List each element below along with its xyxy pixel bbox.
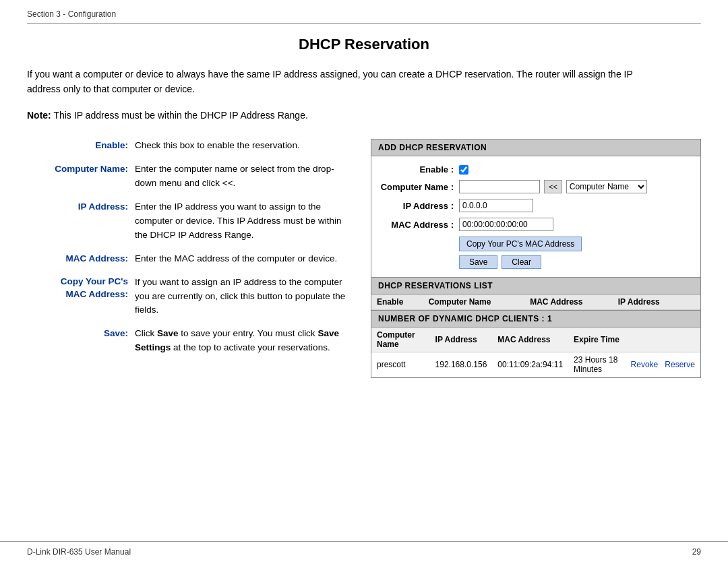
ip-address-label: IP Address : <box>378 201 459 211</box>
note-content: This IP address must be within the DHCP … <box>53 110 307 121</box>
dyn-cell-links: Revoke Reserve <box>626 352 700 377</box>
save-button[interactable]: Save <box>459 255 497 269</box>
computer-name-row: Computer Name : << Computer Name <box>378 180 694 193</box>
mac-address-row: MAC Address : <box>378 218 694 231</box>
computer-name-input[interactable] <box>459 180 540 193</box>
desc-mac-address-content: Enter the MAC address of the computer or… <box>135 252 351 266</box>
footer: D-Link DIR-635 User Manual 29 <box>0 541 728 562</box>
dyn-cell-expire-time: 23 Hours 18 Minutes <box>568 352 626 377</box>
desc-copy-mac-label: Copy Your PC'sMAC Address: <box>27 276 135 318</box>
intro-text: If you want a computer or device to alwa… <box>27 67 634 97</box>
col-actions <box>686 294 700 310</box>
dyn-col-computer-name: Computer Name <box>371 327 430 352</box>
save-clear-row: Save Clear <box>459 255 694 269</box>
dyn-col-expire-time: Expire Time <box>568 327 626 352</box>
ip-address-row: IP Address : <box>378 199 694 212</box>
copy-mac-button[interactable]: Copy Your PC's MAC Address <box>459 237 582 251</box>
desc-enable: Enable: Check this box to enable the res… <box>27 139 351 153</box>
mac-address-label: MAC Address : <box>378 220 459 230</box>
mac-address-control <box>459 218 694 231</box>
desc-copy-mac: Copy Your PC'sMAC Address: If you want t… <box>27 276 351 318</box>
dyn-col-actions <box>626 327 700 352</box>
dynamic-header-row: Computer Name IP Address MAC Address Exp… <box>371 327 700 352</box>
desc-save-label: Save: <box>27 327 135 355</box>
reserve-link[interactable]: Reserve <box>665 360 695 369</box>
desc-enable-label: Enable: <box>27 139 135 153</box>
computer-name-select[interactable]: Computer Name <box>566 180 647 193</box>
table-row: prescott 192.168.0.156 00:11:09:2a:94:11… <box>371 352 700 377</box>
desc-ip-address: IP Address: Enter the IP address you wan… <box>27 200 351 243</box>
dyn-col-ip-address: IP Address <box>430 327 493 352</box>
col-mac-address: MAC Address <box>524 294 613 310</box>
dyn-cell-mac-address: 00:11:09:2a:94:11 <box>492 352 568 377</box>
desc-mac-address-label: MAC Address: <box>27 252 135 266</box>
col-ip-address: IP Address <box>613 294 686 310</box>
right-panel: ADD DHCP RESERVATION Enable : Computer N… <box>371 139 701 378</box>
desc-mac-address: MAC Address: Enter the MAC address of th… <box>27 252 351 266</box>
reservations-table: Enable Computer Name MAC Address IP Addr… <box>371 294 700 310</box>
dyn-cell-computer-name: prescott <box>371 352 430 377</box>
footer-left: D-Link DIR-635 User Manual <box>27 547 131 557</box>
desc-copy-mac-content: If you want to assign an IP address to t… <box>135 276 351 318</box>
reservations-header: DHCP RESERVATIONS LIST <box>371 278 700 294</box>
desc-enable-content: Check this box to enable the reservation… <box>135 139 351 153</box>
revoke-link[interactable]: Revoke <box>631 360 659 369</box>
footer-right: 29 <box>692 547 701 557</box>
chevron-button[interactable]: << <box>544 180 562 193</box>
desc-save: Save: Click Save to save your entry. You… <box>27 327 351 355</box>
col-enable: Enable <box>371 294 423 310</box>
desc-computer-name: Computer Name: Enter the computer name o… <box>27 162 351 191</box>
add-dhcp-form: Enable : Computer Name : << Computer Nam… <box>371 156 700 278</box>
ip-address-control <box>459 199 694 212</box>
enable-checkbox[interactable] <box>459 165 468 175</box>
dyn-cell-ip-address: 192.168.0.156 <box>430 352 493 377</box>
desc-computer-name-label: Computer Name: <box>27 162 135 191</box>
add-dhcp-header: ADD DHCP RESERVATION <box>371 139 700 156</box>
page-title: DHCP Reservation <box>27 36 701 53</box>
desc-save-content: Click Save to save your entry. You must … <box>135 327 351 355</box>
desc-ip-address-label: IP Address: <box>27 200 135 243</box>
dyn-col-mac-address: MAC Address <box>492 327 568 352</box>
clear-button[interactable]: Clear <box>502 255 541 269</box>
dynamic-clients-table: Computer Name IP Address MAC Address Exp… <box>371 327 700 377</box>
ip-address-input[interactable] <box>459 199 533 212</box>
section-label: Section 3 - Configuration <box>27 9 701 19</box>
enable-label: Enable : <box>378 164 459 175</box>
note-text: Note: This IP address must be within the… <box>27 108 701 123</box>
note-prefix: Note: <box>27 110 51 121</box>
desc-ip-address-content: Enter the IP address you want to assign … <box>135 200 351 243</box>
enable-control <box>459 165 694 175</box>
desc-computer-name-content: Enter the computer name or select from t… <box>135 162 351 191</box>
dynamic-clients-header: NUMBER OF DYNAMIC DHCP CLIENTS : 1 <box>371 311 700 327</box>
computer-name-label: Computer Name : <box>378 182 459 192</box>
mac-address-input[interactable] <box>459 218 553 231</box>
computer-name-control: << Computer Name <box>459 180 694 193</box>
left-descriptions: Enable: Check this box to enable the res… <box>27 139 351 365</box>
dynamic-clients: NUMBER OF DYNAMIC DHCP CLIENTS : 1 Compu… <box>371 311 700 377</box>
col-computer-name: Computer Name <box>423 294 525 310</box>
reservations-list: DHCP RESERVATIONS LIST Enable Computer N… <box>371 278 700 311</box>
reservations-header-row: Enable Computer Name MAC Address IP Addr… <box>371 294 700 310</box>
enable-row: Enable : <box>378 164 694 175</box>
